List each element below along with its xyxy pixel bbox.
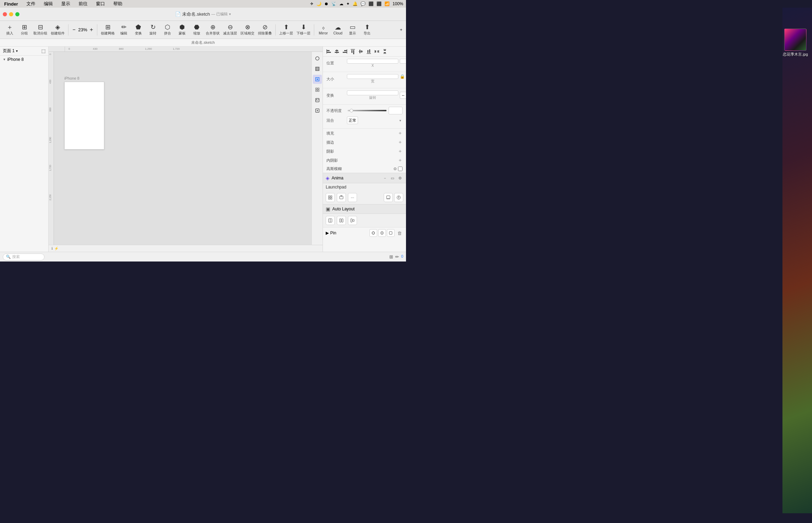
pin-controls: 🗑 <box>370 229 403 237</box>
page-selector[interactable]: 页面 1 ▾ <box>3 48 18 54</box>
mask-tool[interactable]: ⬢ 蒙板 <box>175 23 189 37</box>
region-intersect-tool[interactable]: ⊗ 区域相交 <box>239 23 256 37</box>
stroke-label: 描边 <box>326 140 334 145</box>
auto-layout-btn-2[interactable] <box>337 216 346 225</box>
canvas-view-tool[interactable] <box>313 75 322 84</box>
opacity-input[interactable] <box>389 107 403 114</box>
anima-minimize[interactable]: － <box>382 175 388 181</box>
zoom-out-button[interactable]: － <box>71 26 78 33</box>
ruler-mark-430: 430 <box>93 47 97 50</box>
blend-select[interactable]: 正常 <box>347 116 358 124</box>
inner-shadow-add-button[interactable]: ＋ <box>398 157 403 163</box>
align-top[interactable] <box>349 48 357 55</box>
maximize-button[interactable] <box>15 12 19 16</box>
group-tool[interactable]: ⊞ 分组 <box>17 23 31 37</box>
v-ruler-mark-430: 430 <box>49 80 51 84</box>
close-button[interactable] <box>3 12 7 16</box>
anima-btn-1[interactable] <box>326 193 335 202</box>
y-input[interactable] <box>400 59 406 64</box>
anima-preview-btn[interactable] <box>384 193 393 202</box>
menubar-go[interactable]: 前往 <box>77 1 89 7</box>
add-image-tool[interactable] <box>313 106 322 115</box>
svg-rect-66 <box>389 232 392 234</box>
align-middle-v[interactable] <box>357 48 365 55</box>
menubar-help[interactable]: 帮助 <box>112 1 124 7</box>
ungroup-tool[interactable]: ⊟ 取消分组 <box>32 23 49 37</box>
grid-view-tool[interactable] <box>313 85 322 94</box>
select-tool-r[interactable] <box>313 54 322 63</box>
display-tool[interactable]: ▭ 显示 <box>346 23 359 37</box>
auto-layout-panel: ▣ Auto Layout <box>323 204 406 227</box>
layer-iphone8[interactable]: ▼ iPhone 8 <box>0 56 48 63</box>
frame-tool-r[interactable] <box>313 64 322 73</box>
export-tool[interactable]: ⬆ 导出 <box>360 23 374 37</box>
opacity-slider[interactable] <box>348 110 387 111</box>
zoom-in-button[interactable]: ＋ <box>88 26 95 33</box>
pin-btn-2[interactable] <box>378 229 386 237</box>
menubar-file[interactable]: 文件 <box>25 1 37 7</box>
auto-layout-btn-1[interactable] <box>326 216 335 225</box>
menubar-view[interactable]: 显示 <box>60 1 72 7</box>
blur-checkbox[interactable] <box>398 167 403 171</box>
insert-tool[interactable]: ＋ 插入 <box>3 23 17 37</box>
search-box[interactable]: 🔍 搜索 <box>3 254 44 260</box>
create-grid-tool[interactable]: ⊞ 创建网格 <box>99 23 116 37</box>
create-component-tool[interactable]: ◈ 创建组件 <box>49 23 66 37</box>
edit-icon-bottom[interactable]: ✏ <box>395 254 399 259</box>
rotate-input[interactable] <box>347 90 398 95</box>
anima-title: Anima <box>332 176 343 180</box>
inner-shadow-label: 内阴影 <box>326 158 338 163</box>
anima-btn-2[interactable] <box>337 193 346 202</box>
subtract-top-tool[interactable]: ⊖ 减去顶层 <box>222 23 238 37</box>
canvas[interactable]: iPhone 8 <box>54 52 311 245</box>
add-toolbar-item[interactable]: ＋ <box>399 27 403 33</box>
pin-delete-button[interactable]: 🗑 <box>396 229 403 237</box>
move-down-tool[interactable]: ⬇ 下移一层 <box>295 23 312 37</box>
rotate-tool[interactable]: ↻ 旋转 <box>146 23 160 37</box>
pin-header[interactable]: ▶ Pin <box>326 229 403 237</box>
toolbar-divider-2 <box>97 24 97 35</box>
shadow-add-button[interactable]: ＋ <box>398 148 403 154</box>
anima-btn-3[interactable]: ··· <box>348 193 357 202</box>
distribute-h[interactable] <box>373 48 381 55</box>
auto-layout-btn-3[interactable] <box>348 216 357 225</box>
align-right[interactable] <box>341 48 349 55</box>
artboard-frame[interactable] <box>64 82 104 150</box>
fill-add-button[interactable]: ＋ <box>398 130 403 136</box>
combine-tool[interactable]: ⬡ 拼合 <box>161 23 174 37</box>
move-up-tool[interactable]: ⬆ 上移一层 <box>278 23 294 37</box>
svg-rect-18 <box>327 52 331 53</box>
dropdown-chevron[interactable]: ▾ <box>229 12 231 16</box>
copy-icon[interactable]: ⊞ <box>389 254 393 259</box>
pin-btn-1[interactable] <box>370 229 377 237</box>
pin-btn-3[interactable] <box>387 229 395 237</box>
scale-tool[interactable]: ⬣ 缩放 <box>190 23 204 37</box>
image-tool-r[interactable] <box>313 96 322 105</box>
x-input[interactable] <box>347 59 398 64</box>
mirror-tool[interactable]: ⬨ Mirror <box>316 24 330 36</box>
width-input[interactable] <box>347 74 398 79</box>
flip-h-button[interactable]: ↔ <box>400 92 406 99</box>
anima-settings[interactable]: ⚙ <box>397 175 403 181</box>
edit-tool[interactable]: ✏ 编辑 <box>117 23 131 37</box>
stroke-add-button[interactable]: ＋ <box>398 139 403 145</box>
align-bottom[interactable] <box>365 48 373 55</box>
anima-publish-btn[interactable] <box>394 193 403 202</box>
remove-overlap-tool[interactable]: ⊘ 排除重叠 <box>257 23 273 37</box>
menubar-edit[interactable]: 编辑 <box>42 1 54 7</box>
cloud-tool[interactable]: ☁ Cloud <box>331 24 345 36</box>
transform-tool[interactable]: ⬟ 变换 <box>131 23 145 37</box>
align-center-h[interactable] <box>333 48 341 55</box>
minimize-button[interactable] <box>9 12 13 16</box>
distribute-v[interactable] <box>381 48 389 55</box>
inner-shadow-header: 内阴影 ＋ <box>323 156 406 165</box>
menubar-window[interactable]: 窗口 <box>95 1 106 7</box>
lock-aspect-icon[interactable]: 🔒 <box>400 74 405 84</box>
transform-row: 变换 旋转 ↔ ↕ <box>326 90 403 100</box>
merge-shape-tool[interactable]: ⊕ 合并形状 <box>204 23 221 37</box>
blur-stepper[interactable]: ⊙ <box>393 167 397 171</box>
menubar-finder[interactable]: Finder <box>3 1 19 7</box>
sidebar-icon-1[interactable]: ⬚ <box>41 48 46 54</box>
anima-panel-btn[interactable]: ▭ <box>389 175 396 181</box>
align-left[interactable] <box>325 48 333 55</box>
